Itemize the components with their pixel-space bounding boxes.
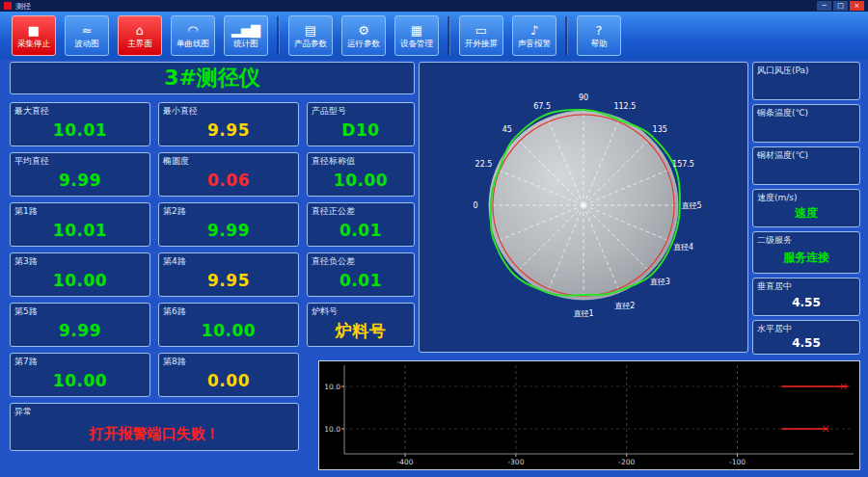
metric-value: 0.00	[159, 365, 298, 396]
window-controls: ─□×	[817, 1, 864, 11]
metric-box: 最小直径9.95	[158, 102, 299, 146]
x-tick-label: -300	[507, 458, 524, 466]
stop-collect-icon: ■	[28, 23, 40, 39]
status-value: 服务连接	[753, 244, 859, 272]
x-tick-label: -100	[729, 458, 746, 466]
alarm-message: 打开报警端口失败！	[11, 417, 298, 450]
status-box: 铜材温度(℃)	[752, 146, 860, 185]
metric-value: 10.00	[159, 315, 298, 346]
metric-value: 0.01	[308, 215, 414, 246]
polar-label: 0	[473, 201, 477, 210]
toolbar-button-sound-alarm[interactable]: ♪声音报警	[512, 15, 556, 56]
polar-label: 直径2	[614, 302, 635, 310]
status-box: 速度(m/s)速度	[752, 189, 860, 227]
toolbar-button-external-screen[interactable]: ▭开外接屏	[459, 15, 503, 56]
status-value: 速度	[753, 201, 859, 225]
metric-value: 10.01	[11, 115, 149, 146]
status-panel: 风口风压(Pa)铜条温度(℃)铜材温度(℃)速度(m/s)速度二级服务服务连接垂…	[752, 62, 860, 358]
maximize-button[interactable]: □	[833, 1, 848, 11]
trend-chart-panel: -400-300-200-10010.010.0	[318, 360, 860, 470]
metrics-grid: 最大直径10.01最小直径9.95产品型号D10平均直径9.99椭圆度0.06直…	[10, 102, 415, 397]
toolbar-button-label: 单曲线图	[176, 39, 209, 48]
toolbar-button-product-params[interactable]: ▤产品参数	[288, 15, 333, 56]
toolbar-button-label: 声音报警	[518, 39, 551, 48]
metric-box: 最大直径10.01	[10, 102, 150, 146]
metric-box: 第4路9.95	[158, 252, 299, 297]
x-tick-label: -400	[397, 458, 414, 466]
polar-label: 22.5	[475, 160, 493, 169]
status-value: 4.55	[753, 332, 859, 353]
bar-chart-icon: ▂▅▇	[231, 23, 260, 39]
toolbar-button-run-params[interactable]: ⚙运行参数	[341, 15, 386, 56]
wave-chart-icon: ≈	[82, 23, 93, 39]
toolbar-button-label: 统计图	[233, 39, 258, 48]
toolbar-button-curve-chart[interactable]: ◠单曲线图	[171, 15, 215, 56]
status-box: 风口风压(Pa)	[752, 62, 860, 100]
toolbar-button-label: 运行参数	[347, 39, 380, 48]
metric-box: 直径标称值10.00	[307, 152, 415, 197]
product-params-icon: ▤	[305, 23, 316, 39]
y-tick-label: 10.0	[324, 383, 340, 391]
metric-box: 第6路10.00	[158, 303, 299, 347]
metric-value: 9.99	[11, 165, 149, 196]
metric-box: 炉料号炉料号	[307, 303, 415, 347]
status-value: 4.55	[753, 290, 859, 314]
metric-value: D10	[308, 115, 414, 146]
metric-value: 9.95	[159, 115, 298, 146]
metric-box: 第8路0.00	[158, 353, 299, 397]
toolbar-button-wave-chart[interactable]: ≈波动图	[65, 15, 109, 56]
metric-value: 9.99	[11, 315, 149, 346]
metric-value: 10.00	[11, 265, 149, 296]
x-tick-label: -200	[618, 458, 635, 466]
metric-box: 直径负公差0.01	[307, 252, 415, 297]
toolbar-separator	[277, 16, 280, 55]
status-box: 二级服务服务连接	[752, 231, 860, 274]
metric-box: 第5路9.99	[10, 303, 150, 347]
metric-value: 9.95	[159, 265, 298, 296]
status-value	[753, 159, 859, 183]
device-manage-icon: ▦	[411, 23, 422, 39]
toolbar: ■采集停止≈波动图⌂主界面◠单曲线图▂▅▇统计图▤产品参数⚙运行参数▦设备管理▭…	[0, 12, 868, 60]
titlebar: 测径 ─□×	[0, 0, 868, 12]
toolbar-button-device-manage[interactable]: ▦设备管理	[394, 15, 439, 56]
metric-value: 10.00	[308, 165, 414, 196]
polar-label: 45	[502, 125, 512, 134]
status-box: 垂直居中4.55	[752, 278, 860, 316]
window-title: 测径	[15, 1, 31, 12]
status-box: 铜条温度(℃)	[752, 104, 860, 143]
metric-box: 平均直径9.99	[10, 152, 150, 197]
metric-box: 第2路9.99	[158, 202, 299, 247]
toolbar-button-label: 产品参数	[294, 39, 327, 48]
toolbar-separator	[448, 16, 450, 55]
device-title-text: 3#测径仪	[164, 64, 260, 93]
sound-alarm-icon: ♪	[530, 23, 538, 39]
polar-label: 90	[579, 93, 588, 102]
toolbar-button-home[interactable]: ⌂主界面	[118, 15, 162, 56]
metric-box: 第7路10.00	[10, 353, 150, 397]
polar-label: 直径1	[573, 309, 593, 318]
minimize-button[interactable]: ─	[817, 1, 831, 11]
app-icon	[4, 2, 12, 10]
polar-label: 67.5	[533, 102, 551, 111]
alarm-box: 异常 打开报警端口失败！	[10, 403, 299, 451]
toolbar-button-label: 设备管理	[400, 39, 433, 48]
polar-label: 直径5	[681, 201, 701, 210]
toolbar-button-help[interactable]: ?帮助	[577, 15, 621, 56]
toolbar-button-label: 主界面	[127, 39, 152, 48]
metric-value: 0.06	[159, 165, 298, 196]
metric-value: 10.01	[11, 215, 149, 246]
toolbar-button-label: 帮助	[591, 39, 608, 48]
toolbar-button-bar-chart[interactable]: ▂▅▇统计图	[224, 15, 268, 56]
y-tick-label: 10.0	[324, 425, 340, 434]
metric-box: 第1路10.01	[10, 202, 150, 247]
status-box: 水平居中4.55	[752, 320, 860, 355]
toolbar-button-label: 波动图	[74, 39, 99, 48]
toolbar-button-stop-collect[interactable]: ■采集停止	[12, 15, 56, 56]
help-icon: ?	[596, 23, 603, 39]
metric-value: 炉料号	[308, 315, 414, 346]
metric-box: 椭圆度0.06	[158, 152, 299, 197]
toolbar-button-label: 采集停止	[17, 39, 50, 48]
polar-chart: 022.54567.590112.5135157.5直径5直径4直径3直径2直径…	[420, 63, 747, 352]
metric-box: 第3路10.00	[10, 252, 150, 297]
close-button[interactable]: ×	[850, 1, 864, 11]
